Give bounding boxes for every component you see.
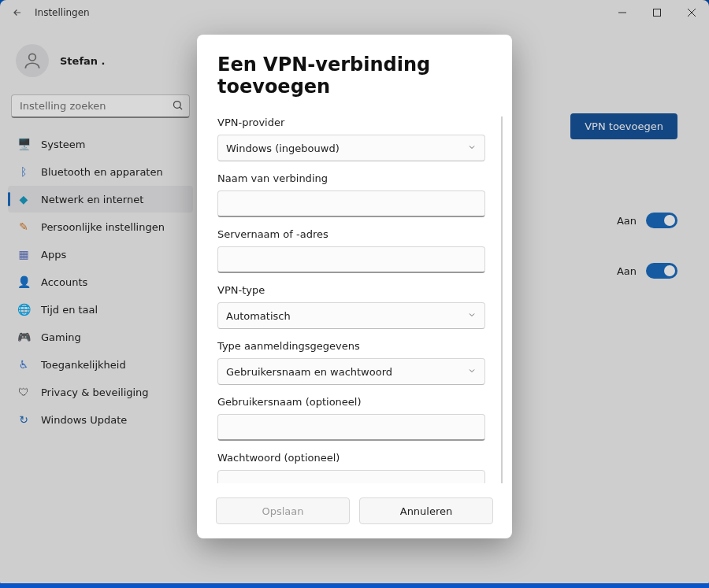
- connection-name-input[interactable]: [217, 190, 485, 217]
- server-label: Servernaam of -adres: [217, 228, 485, 240]
- vpn-type-select[interactable]: Automatisch: [217, 302, 485, 329]
- dialog-scroll[interactable]: VPN-provider Windows (ingebouwd) Naam va…: [197, 102, 512, 483]
- field-username: Gebruikersnaam (optioneel): [217, 396, 485, 441]
- vpn-dialog: Een VPN-verbinding toevoegen VPN-provide…: [197, 35, 512, 538]
- vpn-provider-label: VPN-provider: [217, 116, 485, 128]
- password-label: Wachtwoord (optioneel): [217, 452, 485, 464]
- username-label: Gebruikersnaam (optioneel): [217, 396, 485, 408]
- field-signin-type: Type aanmeldingsgegevens Gebruikersnaam …: [217, 340, 485, 385]
- save-button[interactable]: Opslaan: [216, 497, 350, 524]
- password-input[interactable]: [217, 470, 485, 483]
- vpn-type-value: Automatisch: [226, 310, 291, 322]
- vpn-type-label: VPN-type: [217, 284, 485, 296]
- vpn-provider-value: Windows (ingebouwd): [226, 142, 340, 154]
- field-server: Servernaam of -adres: [217, 228, 485, 273]
- modal-overlay: Een VPN-verbinding toevoegen VPN-provide…: [0, 0, 709, 588]
- connection-name-label: Naam van verbinding: [217, 172, 485, 184]
- chevron-down-icon: [467, 310, 477, 322]
- signin-type-select[interactable]: Gebruikersnaam en wachtwoord: [217, 358, 485, 385]
- field-password: Wachtwoord (optioneel): [217, 452, 485, 483]
- username-input[interactable]: [217, 414, 485, 441]
- field-connection-name: Naam van verbinding: [217, 172, 485, 217]
- chevron-down-icon: [467, 142, 477, 154]
- server-input[interactable]: [217, 246, 485, 273]
- dialog-title: Een VPN-verbinding toevoegen: [197, 54, 512, 102]
- signin-type-value: Gebruikersnaam en wachtwoord: [226, 366, 392, 378]
- field-vpn-type: VPN-type Automatisch: [217, 284, 485, 329]
- cancel-button[interactable]: Annuleren: [359, 497, 493, 524]
- field-vpn-provider: VPN-provider Windows (ingebouwd): [217, 116, 485, 161]
- signin-type-label: Type aanmeldingsgegevens: [217, 340, 485, 352]
- vpn-provider-select[interactable]: Windows (ingebouwd): [217, 135, 485, 161]
- dialog-actions: Opslaan Annuleren: [197, 483, 512, 527]
- chevron-down-icon: [467, 366, 477, 378]
